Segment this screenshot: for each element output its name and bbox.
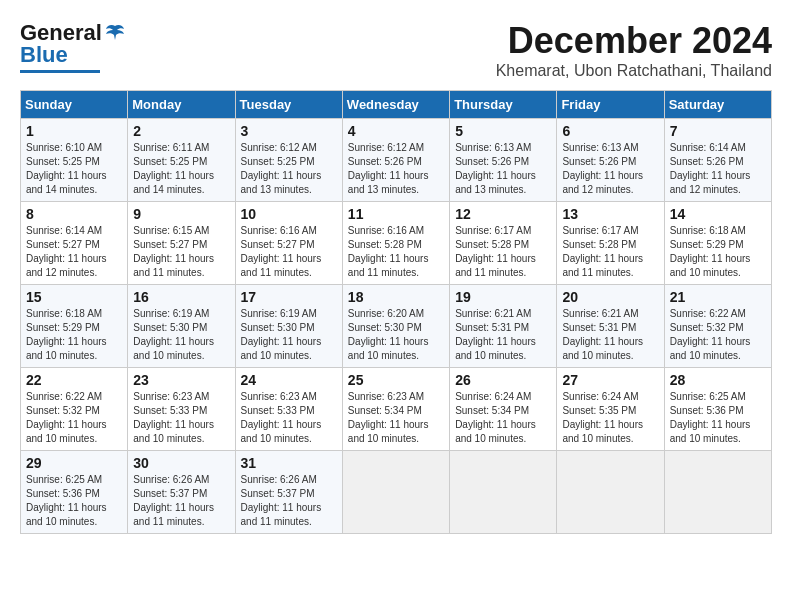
logo-bird-icon (104, 22, 126, 44)
calendar-cell: 12Sunrise: 6:17 AM Sunset: 5:28 PM Dayli… (450, 202, 557, 285)
day-number: 1 (26, 123, 122, 139)
calendar-cell: 29Sunrise: 6:25 AM Sunset: 5:36 PM Dayli… (21, 451, 128, 534)
calendar-cell: 24Sunrise: 6:23 AM Sunset: 5:33 PM Dayli… (235, 368, 342, 451)
day-number: 27 (562, 372, 658, 388)
logo-divider (20, 70, 100, 73)
day-number: 24 (241, 372, 337, 388)
column-header-friday: Friday (557, 91, 664, 119)
day-number: 28 (670, 372, 766, 388)
calendar-table: SundayMondayTuesdayWednesdayThursdayFrid… (20, 90, 772, 534)
calendar-cell: 26Sunrise: 6:24 AM Sunset: 5:34 PM Dayli… (450, 368, 557, 451)
calendar-cell (450, 451, 557, 534)
day-info: Sunrise: 6:18 AM Sunset: 5:29 PM Dayligh… (670, 224, 766, 280)
day-number: 4 (348, 123, 444, 139)
day-info: Sunrise: 6:13 AM Sunset: 5:26 PM Dayligh… (562, 141, 658, 197)
day-number: 17 (241, 289, 337, 305)
calendar-cell: 16Sunrise: 6:19 AM Sunset: 5:30 PM Dayli… (128, 285, 235, 368)
calendar-cell (342, 451, 449, 534)
day-info: Sunrise: 6:10 AM Sunset: 5:25 PM Dayligh… (26, 141, 122, 197)
logo: General Blue (20, 20, 126, 73)
day-number: 31 (241, 455, 337, 471)
day-number: 8 (26, 206, 122, 222)
location: Khemarat, Ubon Ratchathani, Thailand (496, 62, 772, 80)
calendar-cell: 2Sunrise: 6:11 AM Sunset: 5:25 PM Daylig… (128, 119, 235, 202)
day-number: 12 (455, 206, 551, 222)
column-header-wednesday: Wednesday (342, 91, 449, 119)
calendar-cell: 5Sunrise: 6:13 AM Sunset: 5:26 PM Daylig… (450, 119, 557, 202)
day-info: Sunrise: 6:11 AM Sunset: 5:25 PM Dayligh… (133, 141, 229, 197)
day-number: 25 (348, 372, 444, 388)
day-number: 18 (348, 289, 444, 305)
calendar-cell: 3Sunrise: 6:12 AM Sunset: 5:25 PM Daylig… (235, 119, 342, 202)
calendar-cell: 17Sunrise: 6:19 AM Sunset: 5:30 PM Dayli… (235, 285, 342, 368)
title-section: December 2024 Khemarat, Ubon Ratchathani… (496, 20, 772, 80)
day-info: Sunrise: 6:23 AM Sunset: 5:33 PM Dayligh… (133, 390, 229, 446)
day-number: 5 (455, 123, 551, 139)
day-info: Sunrise: 6:18 AM Sunset: 5:29 PM Dayligh… (26, 307, 122, 363)
column-header-thursday: Thursday (450, 91, 557, 119)
column-header-saturday: Saturday (664, 91, 771, 119)
calendar-cell: 1Sunrise: 6:10 AM Sunset: 5:25 PM Daylig… (21, 119, 128, 202)
calendar-cell (557, 451, 664, 534)
day-number: 30 (133, 455, 229, 471)
day-number: 19 (455, 289, 551, 305)
week-row-0: 1Sunrise: 6:10 AM Sunset: 5:25 PM Daylig… (21, 119, 772, 202)
calendar-cell: 6Sunrise: 6:13 AM Sunset: 5:26 PM Daylig… (557, 119, 664, 202)
calendar-cell: 7Sunrise: 6:14 AM Sunset: 5:26 PM Daylig… (664, 119, 771, 202)
day-number: 23 (133, 372, 229, 388)
calendar-cell: 25Sunrise: 6:23 AM Sunset: 5:34 PM Dayli… (342, 368, 449, 451)
day-info: Sunrise: 6:15 AM Sunset: 5:27 PM Dayligh… (133, 224, 229, 280)
logo-blue: Blue (20, 42, 68, 68)
day-info: Sunrise: 6:16 AM Sunset: 5:28 PM Dayligh… (348, 224, 444, 280)
week-row-2: 15Sunrise: 6:18 AM Sunset: 5:29 PM Dayli… (21, 285, 772, 368)
day-info: Sunrise: 6:19 AM Sunset: 5:30 PM Dayligh… (133, 307, 229, 363)
day-number: 13 (562, 206, 658, 222)
day-info: Sunrise: 6:23 AM Sunset: 5:33 PM Dayligh… (241, 390, 337, 446)
calendar-cell: 4Sunrise: 6:12 AM Sunset: 5:26 PM Daylig… (342, 119, 449, 202)
day-info: Sunrise: 6:12 AM Sunset: 5:25 PM Dayligh… (241, 141, 337, 197)
day-number: 14 (670, 206, 766, 222)
day-info: Sunrise: 6:17 AM Sunset: 5:28 PM Dayligh… (562, 224, 658, 280)
calendar-cell: 8Sunrise: 6:14 AM Sunset: 5:27 PM Daylig… (21, 202, 128, 285)
week-row-1: 8Sunrise: 6:14 AM Sunset: 5:27 PM Daylig… (21, 202, 772, 285)
day-number: 20 (562, 289, 658, 305)
day-info: Sunrise: 6:25 AM Sunset: 5:36 PM Dayligh… (26, 473, 122, 529)
week-row-4: 29Sunrise: 6:25 AM Sunset: 5:36 PM Dayli… (21, 451, 772, 534)
day-number: 22 (26, 372, 122, 388)
calendar-cell: 11Sunrise: 6:16 AM Sunset: 5:28 PM Dayli… (342, 202, 449, 285)
day-number: 16 (133, 289, 229, 305)
day-info: Sunrise: 6:26 AM Sunset: 5:37 PM Dayligh… (133, 473, 229, 529)
column-header-monday: Monday (128, 91, 235, 119)
day-info: Sunrise: 6:26 AM Sunset: 5:37 PM Dayligh… (241, 473, 337, 529)
day-info: Sunrise: 6:25 AM Sunset: 5:36 PM Dayligh… (670, 390, 766, 446)
day-info: Sunrise: 6:22 AM Sunset: 5:32 PM Dayligh… (26, 390, 122, 446)
week-row-3: 22Sunrise: 6:22 AM Sunset: 5:32 PM Dayli… (21, 368, 772, 451)
day-number: 6 (562, 123, 658, 139)
calendar-cell: 10Sunrise: 6:16 AM Sunset: 5:27 PM Dayli… (235, 202, 342, 285)
day-number: 3 (241, 123, 337, 139)
day-info: Sunrise: 6:19 AM Sunset: 5:30 PM Dayligh… (241, 307, 337, 363)
day-info: Sunrise: 6:21 AM Sunset: 5:31 PM Dayligh… (562, 307, 658, 363)
calendar-cell: 31Sunrise: 6:26 AM Sunset: 5:37 PM Dayli… (235, 451, 342, 534)
calendar-cell: 27Sunrise: 6:24 AM Sunset: 5:35 PM Dayli… (557, 368, 664, 451)
calendar-cell: 28Sunrise: 6:25 AM Sunset: 5:36 PM Dayli… (664, 368, 771, 451)
column-header-tuesday: Tuesday (235, 91, 342, 119)
calendar-cell (664, 451, 771, 534)
month-title: December 2024 (496, 20, 772, 62)
day-number: 15 (26, 289, 122, 305)
day-number: 7 (670, 123, 766, 139)
day-info: Sunrise: 6:23 AM Sunset: 5:34 PM Dayligh… (348, 390, 444, 446)
day-info: Sunrise: 6:22 AM Sunset: 5:32 PM Dayligh… (670, 307, 766, 363)
calendar-cell: 14Sunrise: 6:18 AM Sunset: 5:29 PM Dayli… (664, 202, 771, 285)
calendar-cell: 22Sunrise: 6:22 AM Sunset: 5:32 PM Dayli… (21, 368, 128, 451)
day-info: Sunrise: 6:12 AM Sunset: 5:26 PM Dayligh… (348, 141, 444, 197)
column-header-sunday: Sunday (21, 91, 128, 119)
calendar-header-row: SundayMondayTuesdayWednesdayThursdayFrid… (21, 91, 772, 119)
day-info: Sunrise: 6:16 AM Sunset: 5:27 PM Dayligh… (241, 224, 337, 280)
calendar-cell: 19Sunrise: 6:21 AM Sunset: 5:31 PM Dayli… (450, 285, 557, 368)
day-info: Sunrise: 6:20 AM Sunset: 5:30 PM Dayligh… (348, 307, 444, 363)
day-number: 29 (26, 455, 122, 471)
day-number: 10 (241, 206, 337, 222)
calendar-cell: 21Sunrise: 6:22 AM Sunset: 5:32 PM Dayli… (664, 285, 771, 368)
day-info: Sunrise: 6:24 AM Sunset: 5:35 PM Dayligh… (562, 390, 658, 446)
